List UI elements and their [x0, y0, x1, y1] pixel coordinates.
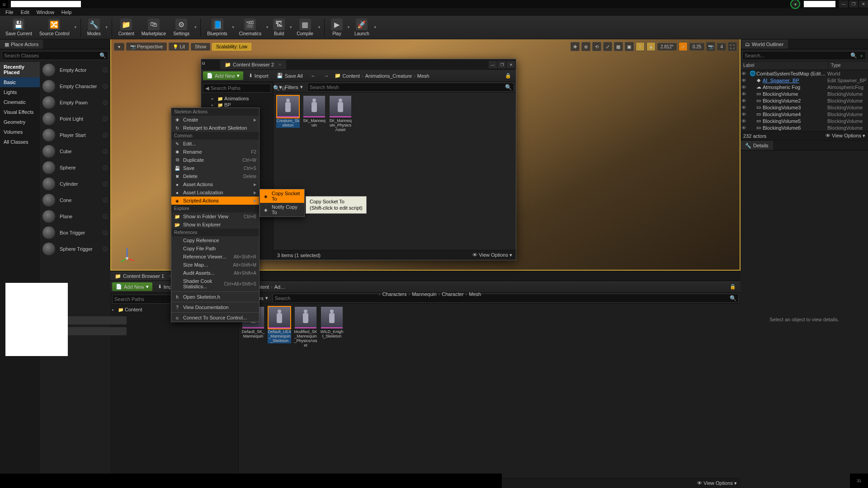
warning-icon[interactable]: ! — [636, 42, 645, 51]
dropdown-arrow-icon[interactable]: ▼ — [346, 17, 351, 38]
col-type[interactable]: Type — [828, 62, 868, 70]
menu-file[interactable]: File — [2, 9, 17, 16]
dropdown-arrow-icon[interactable]: ▼ — [265, 17, 269, 38]
context-item-notify-copy-to[interactable]: ◈Notify Copy To — [260, 203, 304, 216]
info-icon[interactable]: ⓘ — [103, 148, 108, 155]
search-paths-box[interactable]: ◀ 🔍 ⊟ — [203, 84, 271, 93]
transform-translate-icon[interactable]: ⊕ — [581, 42, 590, 51]
outliner-row[interactable]: 👁☁Atmospheric FogAtmosphericFog — [741, 84, 868, 90]
tab-content-browser-2[interactable]: 📁 Content Browser 2 × — [220, 60, 286, 69]
modes-button[interactable]: 🔧Modes — [84, 17, 104, 38]
context-item-shader-cook-statistics-[interactable]: Shader Cook Statistics...Ctrl+Alt+Shift+… — [171, 277, 259, 291]
context-item-connect-to-source-control-[interactable]: ⎋Connect To Source Control... — [171, 314, 259, 322]
context-item-asset-localization[interactable]: ●Asset Localization▶ — [171, 188, 259, 197]
transform-scale-icon[interactable]: ⤢ — [603, 42, 612, 51]
dropdown-arrow-icon[interactable]: ▼ — [193, 17, 198, 38]
grid-snap-icon[interactable]: ▦ — [614, 42, 623, 51]
search-assets-box[interactable]: 🔍 — [307, 83, 514, 92]
info-icon[interactable]: ⓘ — [103, 213, 108, 220]
place-actors-search[interactable]: 🔍 — [2, 51, 108, 60]
context-item-delete[interactable]: ✖DeleteDelete — [171, 172, 259, 180]
context-item-copy-socket-to[interactable]: ◈Copy Socket To — [260, 189, 304, 203]
nav-back-button[interactable]: ← — [308, 72, 319, 80]
crumb-item[interactable]: Content — [343, 73, 360, 79]
settings-button[interactable]: ⚙Settings — [170, 17, 193, 38]
context-item-copy-file-path[interactable]: Copy File Path — [171, 244, 259, 253]
camera-speed-icon[interactable]: 📷 — [706, 42, 715, 51]
info-icon[interactable]: ⓘ — [103, 197, 108, 204]
context-item-asset-actions[interactable]: ●Asset Actions▶ — [171, 180, 259, 188]
context-item-create[interactable]: ✚Create▶ — [171, 116, 259, 124]
asset-item[interactable]: WILD_Knight_Skeleton — [320, 306, 344, 348]
warning2-icon[interactable]: ▲ — [646, 42, 656, 51]
actor-cylinder[interactable]: Cylinderⓘ — [40, 176, 110, 192]
window-close-button[interactable]: ✕ — [507, 61, 515, 68]
actor-point-light[interactable]: Point Lightⓘ — [40, 111, 110, 127]
add-new-button[interactable]: 📄 Add New ▾ — [112, 282, 152, 291]
viewport-scalability-button[interactable]: Scalability: Low — [212, 43, 251, 51]
visibility-icon[interactable]: 👁 — [741, 105, 747, 110]
dropdown-arrow-icon[interactable]: ▼ — [104, 17, 109, 38]
tree-row[interactable]: ▸📁 Animations — [201, 95, 273, 102]
category-visual-effects[interactable]: Visual Effects — [0, 107, 40, 117]
view-options-button[interactable]: 👁 View Options ▾ — [472, 252, 512, 258]
tab-place-actors[interactable]: ▦ Place Actors — [0, 40, 43, 49]
outliner-row[interactable]: 👁▭BlockingVolume3BlockingVolume — [741, 104, 868, 111]
marketplace-button[interactable]: 🛍Marketplace — [138, 17, 170, 38]
visibility-icon[interactable]: 👁 — [741, 118, 747, 124]
context-item-copy-reference[interactable]: Copy Reference — [171, 236, 259, 244]
viewport-perspective-button[interactable]: 📷 Perspective — [126, 42, 167, 51]
category-volumes[interactable]: Volumes — [0, 127, 40, 137]
save-current-button[interactable]: 💾Save Current — [2, 17, 36, 38]
window-restore-button[interactable]: ❐ — [498, 61, 506, 68]
visibility-icon[interactable]: 👁 — [741, 91, 747, 97]
context-item-duplicate[interactable]: ⧉DuplicateCtrl+W — [171, 156, 259, 164]
category-basic[interactable]: Basic — [0, 77, 40, 87]
col-label[interactable]: Label — [741, 62, 828, 70]
outliner-row[interactable]: 👁▭BlockingVolumeBlockingVolume — [741, 90, 868, 97]
window-restore-button[interactable]: ❐ — [849, 0, 858, 8]
category-cinematic[interactable]: Cinematic — [0, 97, 40, 107]
show-sources-icon[interactable]: ◀ — [205, 85, 209, 91]
visibility-icon[interactable]: 👁 — [741, 98, 747, 103]
dropdown-arrow-icon[interactable]: ▼ — [231, 17, 236, 38]
outliner-search[interactable]: 🔍 ＋ — [742, 51, 866, 60]
viewport-lit-button[interactable]: 💡 Lit — [169, 42, 189, 51]
actor-cone[interactable]: Coneⓘ — [40, 192, 110, 208]
info-icon[interactable]: ⓘ — [103, 83, 108, 90]
source-control-button[interactable]: 🔀Source Control — [36, 17, 73, 38]
crumb-item[interactable]: Character — [442, 291, 463, 297]
visibility-icon[interactable]: 👁 — [741, 78, 747, 83]
actor-box-trigger[interactable]: Box Triggerⓘ — [40, 225, 110, 241]
actor-empty-character[interactable]: Empty Characterⓘ — [40, 78, 110, 94]
info-icon[interactable]: ⓘ — [103, 181, 108, 188]
context-item-size-map-[interactable]: Size Map...Alt+Shift+M — [171, 261, 259, 269]
info-icon[interactable]: ⓘ — [103, 246, 108, 253]
viewport-show-button[interactable]: Show — [191, 43, 210, 51]
actor-plane[interactable]: Planeⓘ — [40, 208, 110, 225]
actor-cube[interactable]: Cubeⓘ — [40, 143, 110, 160]
dropdown-arrow-icon[interactable]: ▼ — [317, 17, 321, 38]
crumb-item[interactable]: Ad… — [274, 284, 285, 290]
cinematics-button[interactable]: 🎬Cinematics — [236, 17, 265, 38]
crumb-item[interactable]: Characters — [382, 291, 407, 297]
build-button[interactable]: 🏗Build — [269, 17, 288, 38]
source-control-status-icon[interactable]: ▾ — [790, 0, 800, 9]
outliner-row[interactable]: 👁▭BlockingVolume2BlockingVolume — [741, 97, 868, 104]
menu-window[interactable]: Window — [33, 9, 58, 16]
search-assets-box[interactable]: 🔍 — [273, 294, 739, 303]
viewport-options-button[interactable]: ▾ — [114, 43, 124, 51]
actor-empty-pawn[interactable]: Empty Pawnⓘ — [40, 94, 110, 111]
dropdown-arrow-icon[interactable]: ▼ — [288, 17, 293, 38]
info-icon[interactable]: ⓘ — [103, 164, 108, 171]
info-icon[interactable]: ⓘ — [103, 230, 108, 236]
actor-player-start[interactable]: Player Startⓘ — [40, 127, 110, 143]
viewport-maximize-icon[interactable]: ⛶ — [728, 42, 737, 51]
asset-item[interactable]: Creature_Skeleton — [276, 95, 300, 132]
category-all-classes[interactable]: All Classes — [0, 137, 40, 147]
view-options-button[interactable]: 👁 View Options ▾ — [697, 480, 737, 486]
info-icon[interactable]: ⓘ — [103, 132, 108, 139]
asset-item[interactable]: SK_Mannequin_PhysicsAsset — [329, 95, 352, 132]
rotation-snap-value[interactable]: 2.812° — [657, 43, 677, 51]
window-minimize-button[interactable]: — — [489, 61, 497, 68]
